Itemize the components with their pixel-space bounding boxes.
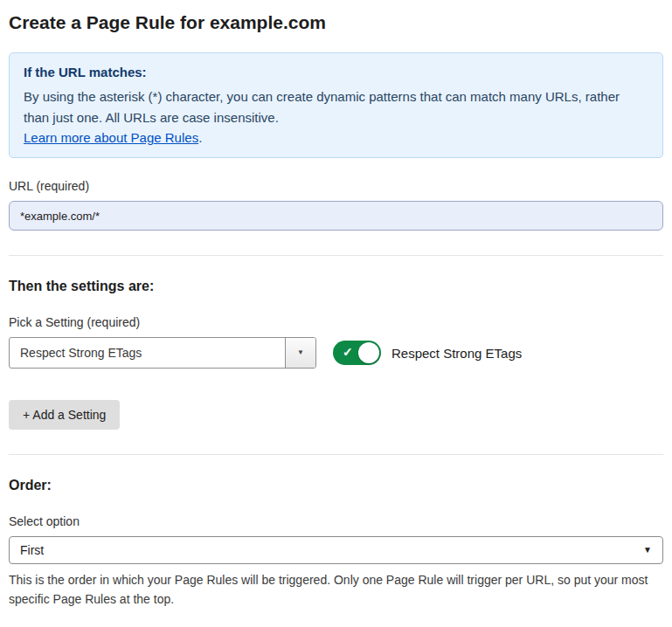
- order-section-heading: Order:: [9, 478, 663, 493]
- chevron-down-icon: ▼: [297, 349, 304, 356]
- order-help-text: This is the order in which your Page Rul…: [9, 571, 663, 609]
- check-icon: ✓: [343, 345, 353, 359]
- settings-section-heading: Then the settings are:: [9, 279, 663, 294]
- etags-toggle[interactable]: ✓: [333, 341, 381, 365]
- order-select-label: Select option: [9, 514, 663, 528]
- url-label: URL (required): [9, 179, 663, 193]
- pick-setting-label: Pick a Setting (required): [9, 315, 663, 329]
- chevron-down-icon: ▼: [643, 546, 652, 555]
- page-rule-form: Create a Page Rule for example.com If th…: [0, 0, 672, 627]
- learn-more-link[interactable]: Learn more about Page Rules: [24, 130, 198, 145]
- info-box-heading: If the URL matches:: [24, 65, 648, 79]
- setting-dropdown-button[interactable]: ▼: [285, 338, 315, 368]
- info-box-body: By using the asterisk (*) character, you…: [24, 86, 635, 128]
- link-suffix: .: [198, 130, 202, 145]
- divider: [9, 454, 663, 455]
- url-input[interactable]: [9, 201, 663, 231]
- page-title: Create a Page Rule for example.com: [9, 12, 663, 33]
- toggle-knob: [358, 342, 379, 363]
- setting-dropdown[interactable]: Respect Strong ETags ▼: [9, 337, 316, 369]
- info-link-line: Learn more about Page Rules.: [24, 130, 648, 145]
- add-setting-button[interactable]: + Add a Setting: [9, 400, 120, 430]
- url-match-info-box: If the URL matches: By using the asteris…: [9, 52, 663, 158]
- order-select[interactable]: First ▼: [9, 536, 663, 564]
- setting-row: Respect Strong ETags ▼ ✓ Respect Strong …: [9, 337, 663, 369]
- divider: [9, 255, 663, 256]
- order-select-value: First: [20, 543, 44, 557]
- setting-dropdown-value: Respect Strong ETags: [10, 346, 142, 360]
- toggle-label: Respect Strong ETags: [391, 346, 522, 361]
